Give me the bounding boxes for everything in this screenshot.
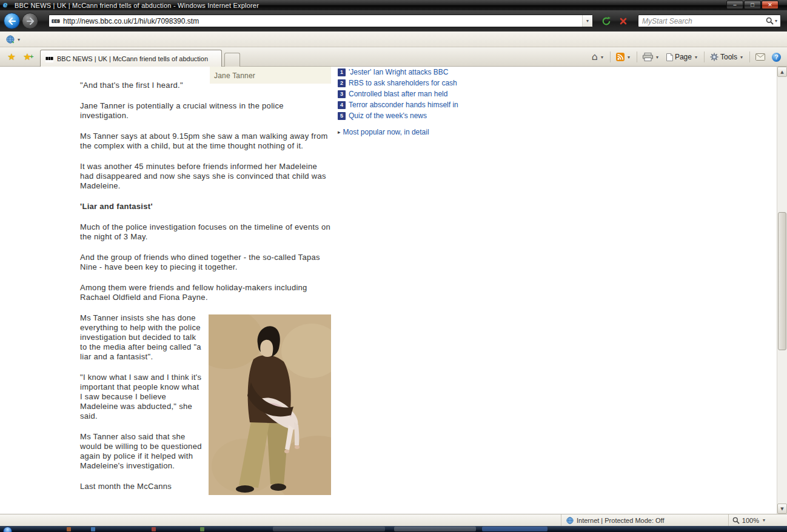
maximize-button[interactable]: □ bbox=[744, 1, 761, 9]
sidebar-link[interactable]: 'Jester' Ian Wright attacks BBC bbox=[349, 68, 461, 76]
list-item: 4 Terror absconder hands himself in bbox=[338, 101, 466, 109]
list-number-icon: 1 bbox=[338, 68, 346, 76]
addon-button[interactable]: ▾ bbox=[4, 34, 24, 45]
email-button[interactable] bbox=[753, 52, 768, 62]
status-bar: Internet | Protected Mode: Off 100% ▾ bbox=[0, 514, 787, 526]
help-button[interactable]: ? bbox=[769, 52, 783, 63]
page-menu-button[interactable]: Page ▾ bbox=[664, 52, 701, 62]
artist-impression-image bbox=[209, 314, 331, 495]
sidebar-link[interactable]: RBS to ask shareholders for cash bbox=[349, 79, 461, 87]
tools-menu-label: Tools bbox=[720, 53, 737, 61]
list-number-icon: 4 bbox=[338, 101, 346, 109]
stop-button[interactable] bbox=[616, 15, 631, 27]
sidebar-link[interactable]: Terror absconder hands himself in bbox=[349, 101, 461, 109]
quicklaunch-icon[interactable] bbox=[200, 527, 204, 531]
list-item: 2 RBS to ask shareholders for cash bbox=[338, 79, 466, 87]
arrow-bullet-icon: ▸ bbox=[338, 128, 341, 136]
separator bbox=[610, 52, 611, 62]
article-paragraph: Among them were friends and fellow holid… bbox=[80, 283, 331, 302]
separator bbox=[704, 52, 705, 62]
add-favorite-button[interactable]: ★+ bbox=[21, 51, 34, 63]
list-item: 5 Quiz of the week's news bbox=[338, 111, 466, 120]
window-titlebar: e BBC NEWS | UK | McCann friend tells of… bbox=[0, 0, 787, 10]
taskbar-button[interactable] bbox=[482, 527, 548, 531]
ie-logo-icon: e bbox=[3, 1, 11, 9]
zoom-dropdown-icon[interactable]: ▾ bbox=[762, 517, 766, 523]
zoom-control[interactable]: 100% ▾ bbox=[728, 514, 770, 526]
bbc-favicon: B B C bbox=[52, 17, 60, 25]
taskbar-button[interactable] bbox=[394, 527, 476, 531]
gear-icon bbox=[710, 53, 718, 61]
list-item: 1 'Jester' Ian Wright attacks BBC bbox=[338, 68, 466, 76]
tab-bar: ★ ★+ BBC NEWS | UK | McCann friend tells… bbox=[0, 47, 787, 67]
print-icon bbox=[643, 53, 653, 61]
home-icon: ⌂ bbox=[592, 52, 598, 62]
sidebar-link[interactable]: Quiz of the week's news bbox=[349, 111, 461, 120]
search-dropdown-button[interactable]: ▾ bbox=[774, 18, 779, 24]
taskbar-button[interactable] bbox=[273, 527, 385, 531]
addon-toolbar: ▾ bbox=[0, 32, 787, 47]
scrollbar-thumb[interactable] bbox=[778, 212, 786, 350]
separator bbox=[637, 52, 637, 62]
refresh-button[interactable] bbox=[599, 15, 614, 27]
quicklaunch-icon[interactable] bbox=[67, 527, 71, 531]
url-input[interactable] bbox=[63, 17, 582, 25]
address-dropdown-button[interactable]: ▾ bbox=[582, 15, 592, 27]
article-paragraph: And the group of friends who dined toget… bbox=[80, 253, 331, 272]
print-dropdown-icon[interactable]: ▾ bbox=[655, 55, 660, 60]
article-paragraph: It was another 45 minutes before friends… bbox=[80, 162, 331, 191]
search-input[interactable] bbox=[642, 17, 766, 25]
favorites-button[interactable]: ★ bbox=[5, 51, 18, 63]
quote-mark-icon: ” bbox=[318, 67, 326, 73]
feeds-button[interactable]: ▾ bbox=[614, 52, 634, 62]
security-zone: Internet | Protected Mode: Off bbox=[561, 514, 669, 526]
feeds-dropdown-icon[interactable]: ▾ bbox=[626, 55, 631, 60]
list-item: 3 Controlled blast after man held bbox=[338, 90, 466, 98]
print-button[interactable]: ▾ bbox=[640, 52, 662, 62]
close-button[interactable]: ✕ bbox=[762, 1, 779, 9]
forward-arrow-icon bbox=[26, 18, 35, 25]
windows-taskbar bbox=[0, 526, 787, 532]
back-button[interactable] bbox=[4, 13, 20, 29]
separator bbox=[749, 52, 750, 62]
most-popular-link[interactable]: Most popular now, in detail bbox=[343, 128, 429, 136]
back-arrow-icon bbox=[8, 18, 16, 25]
minimize-button[interactable]: – bbox=[726, 1, 743, 9]
svg-text:B: B bbox=[53, 19, 55, 22]
quote-caption-box: ” Jane Tanner bbox=[210, 67, 331, 84]
help-icon: ? bbox=[772, 53, 781, 62]
scroll-down-button[interactable]: ▼ bbox=[777, 504, 787, 514]
home-dropdown-icon[interactable]: ▾ bbox=[600, 55, 604, 60]
article-body: ” Jane Tanner "And that's the first I he… bbox=[80, 67, 331, 502]
stop-icon bbox=[620, 18, 627, 25]
zoom-icon bbox=[732, 517, 740, 524]
scroll-up-button[interactable]: ▲ bbox=[777, 67, 787, 77]
vertical-scrollbar[interactable]: ▲ ▼ bbox=[777, 67, 787, 514]
search-icon[interactable] bbox=[766, 17, 774, 25]
tab-active[interactable]: BBC NEWS | UK | McCann friend tells of a… bbox=[40, 50, 222, 67]
search-box[interactable]: ▾ bbox=[638, 15, 781, 27]
browser-window: e BBC NEWS | UK | McCann friend tells of… bbox=[0, 0, 787, 532]
address-bar[interactable]: B B C ▾ bbox=[49, 15, 593, 27]
home-button[interactable]: ⌂ ▾ bbox=[589, 51, 607, 63]
article-paragraph: Much of the police investigation focuses… bbox=[80, 222, 331, 242]
svg-text:C: C bbox=[58, 19, 61, 22]
article-paragraph: Ms Tanner says at about 9.15pm she saw a… bbox=[80, 131, 331, 151]
zoom-level: 100% bbox=[742, 517, 759, 524]
globe-icon bbox=[6, 35, 15, 44]
addon-dropdown-icon: ▾ bbox=[16, 37, 21, 42]
list-number-icon: 2 bbox=[338, 79, 346, 87]
start-button[interactable] bbox=[3, 527, 12, 532]
refresh-icon bbox=[601, 16, 611, 26]
most-popular-sidebar: 1 'Jester' Ian Wright attacks BBC 2 RBS … bbox=[338, 68, 466, 136]
tools-menu-button[interactable]: Tools ▾ bbox=[708, 52, 746, 62]
tools-dropdown-icon: ▾ bbox=[739, 55, 744, 60]
page-icon bbox=[666, 53, 673, 61]
forward-button[interactable] bbox=[22, 13, 38, 29]
tab-title: BBC NEWS | UK | McCann friend tells of a… bbox=[57, 55, 208, 62]
list-number-icon: 3 bbox=[338, 90, 346, 98]
sidebar-link[interactable]: Controlled blast after man held bbox=[349, 90, 461, 98]
new-tab-button[interactable] bbox=[224, 53, 240, 67]
quicklaunch-icon[interactable] bbox=[91, 527, 95, 531]
quicklaunch-icon[interactable] bbox=[152, 527, 156, 531]
